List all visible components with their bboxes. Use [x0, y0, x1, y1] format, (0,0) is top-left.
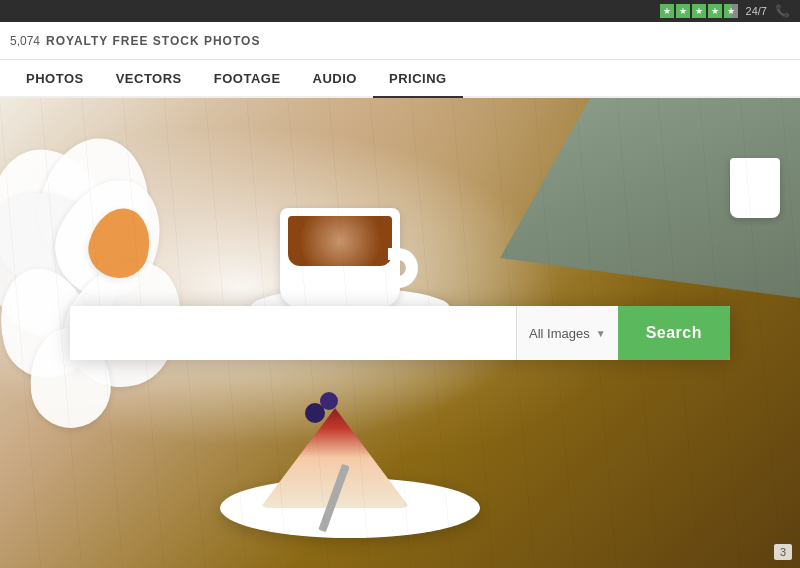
nav-item-photos[interactable]: PHOTOS [10, 60, 100, 98]
search-input[interactable] [70, 306, 516, 360]
page-badge: 3 [774, 544, 792, 560]
nav-item-audio[interactable]: AUDIO [297, 60, 373, 98]
dropdown-label: All Images [529, 326, 590, 341]
site-tagline: ROYALTY FREE STOCK PHOTOS [46, 34, 260, 48]
nav-item-pricing[interactable]: PRICING [373, 60, 463, 98]
chevron-down-icon: ▼ [596, 328, 606, 339]
nav-item-footage[interactable]: FOOTAGE [198, 60, 297, 98]
image-type-dropdown[interactable]: All Images ▼ [516, 306, 618, 360]
cake-decoration [200, 328, 500, 548]
star-4: ★ [708, 4, 722, 18]
hero-section: All Images ▼ Search 3 [0, 98, 800, 568]
star-5: ★ [724, 4, 738, 18]
star-1: ★ [660, 4, 674, 18]
search-bar: All Images ▼ Search [70, 306, 730, 360]
search-button[interactable]: Search [618, 306, 730, 360]
top-bar: ★ ★ ★ ★ ★ 24/7 📞 [0, 0, 800, 22]
site-count: 5,074 [10, 34, 40, 48]
star-3: ★ [692, 4, 706, 18]
nav-item-vectors[interactable]: VECTORS [100, 60, 198, 98]
star-2: ★ [676, 4, 690, 18]
coffee-cup-decoration [240, 118, 460, 338]
nav-bar: PHOTOS VECTORS FOOTAGE AUDIO PRICING [0, 60, 800, 98]
header-bar: 5,074 ROYALTY FREE STOCK PHOTOS [0, 22, 800, 60]
creamer-decoration [730, 158, 780, 218]
phone-icon: 📞 [775, 4, 790, 18]
support-hours: 24/7 [746, 5, 767, 17]
rating-stars: ★ ★ ★ ★ ★ [660, 4, 738, 18]
